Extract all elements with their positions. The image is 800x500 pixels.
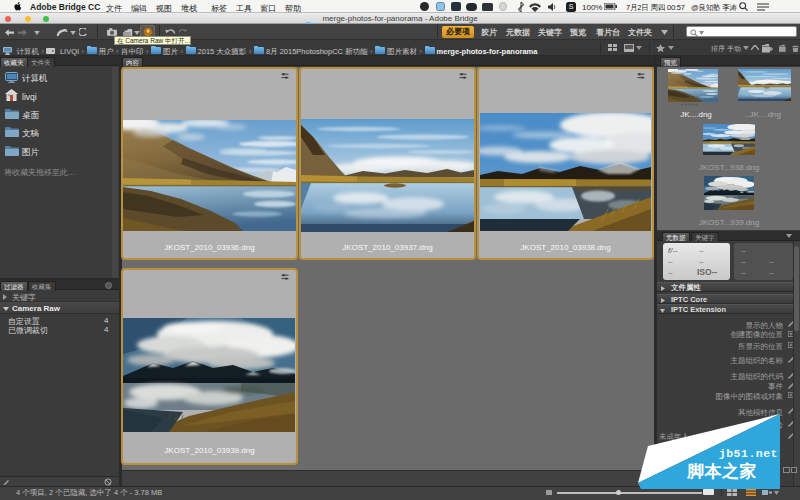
- svg-text:脚本之家: 脚本之家: [686, 461, 757, 481]
- svg-text:jb51.net: jb51.net: [719, 447, 778, 460]
